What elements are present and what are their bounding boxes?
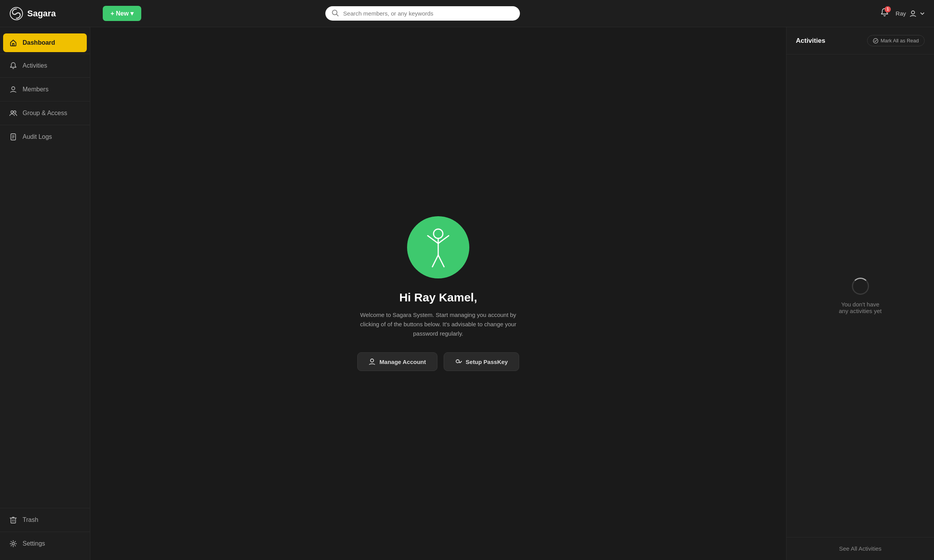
svg-point-16 <box>434 229 443 238</box>
activities-header: Activities Mark All as Read <box>787 27 934 54</box>
sidebar-label-dashboard: Dashboard <box>23 39 55 46</box>
sidebar-label-group-access: Group & Access <box>23 110 67 117</box>
chevron-down-icon <box>920 11 925 16</box>
passkey-icon <box>455 358 462 365</box>
notification-button[interactable]: 1 <box>880 8 889 19</box>
svg-point-19 <box>456 360 459 363</box>
see-all-activities-button[interactable]: See All Activities <box>839 545 881 552</box>
welcome-description: Welcome to Sagara System. Start managing… <box>356 310 520 338</box>
divider-3 <box>0 101 90 102</box>
svg-point-4 <box>12 87 15 90</box>
action-buttons: Manage Account Setup PassKey <box>357 352 519 371</box>
new-button[interactable]: + New ▾ <box>103 6 141 21</box>
divider-6 <box>0 532 90 532</box>
welcome-avatar <box>407 216 469 278</box>
trash-icon <box>9 516 17 524</box>
sidebar-item-settings[interactable]: Settings <box>0 534 90 554</box>
person-icon <box>9 86 17 93</box>
mark-all-read-button[interactable]: Mark All as Read <box>867 35 925 46</box>
loading-spinner <box>852 278 869 295</box>
logo-icon <box>9 7 23 21</box>
bell-icon <box>9 62 17 70</box>
logo-area: Sagara <box>9 7 95 21</box>
check-circle-icon <box>873 38 878 44</box>
sidebar-label-activities: Activities <box>23 62 47 69</box>
setup-passkey-label: Setup PassKey <box>466 359 508 365</box>
search-icon <box>332 9 339 18</box>
sidebar-item-dashboard[interactable]: Dashboard <box>3 33 87 52</box>
search-input[interactable] <box>325 6 520 21</box>
divider-2 <box>0 77 90 78</box>
svg-line-2 <box>337 14 338 16</box>
sidebar: Dashboard Activities Members <box>0 27 90 560</box>
sidebar-item-trash[interactable]: Trash <box>0 510 90 530</box>
empty-message: You don't have any activities yet <box>839 301 881 314</box>
svg-point-15 <box>12 542 14 545</box>
mark-all-read-label: Mark All as Read <box>881 38 919 44</box>
user-icon <box>909 10 917 18</box>
activities-panel: Activities Mark All as Read You don't ha… <box>786 27 934 560</box>
sidebar-label-settings: Settings <box>23 540 45 547</box>
svg-point-6 <box>14 111 16 113</box>
svg-point-18 <box>370 359 374 362</box>
empty-line-1: You don't have <box>839 301 881 308</box>
see-all-activities: See All Activities <box>787 537 934 560</box>
sidebar-item-audit-logs[interactable]: Audit Logs <box>0 127 90 147</box>
sidebar-item-members[interactable]: Members <box>0 79 90 100</box>
sidebar-spacer <box>0 147 90 506</box>
topbar-right: 1 Ray <box>880 8 925 19</box>
svg-point-1 <box>332 10 337 15</box>
svg-rect-11 <box>11 518 16 523</box>
logo-text: Sagara <box>27 9 56 19</box>
sidebar-label-trash: Trash <box>23 516 38 523</box>
sidebar-item-group-access[interactable]: Group & Access <box>0 103 90 123</box>
activities-empty: You don't have any activities yet <box>787 54 934 537</box>
settings-icon <box>9 540 17 548</box>
manage-account-icon <box>369 358 376 365</box>
activities-title: Activities <box>796 37 825 45</box>
sidebar-label-members: Members <box>23 86 49 93</box>
divider-5 <box>0 508 90 508</box>
sidebar-label-audit-logs: Audit Logs <box>23 133 52 140</box>
search-bar <box>325 6 520 21</box>
book-icon <box>9 133 17 141</box>
notification-badge: 1 <box>885 6 891 12</box>
user-area[interactable]: Ray <box>895 10 925 18</box>
person-figure <box>421 226 456 269</box>
manage-account-button[interactable]: Manage Account <box>357 352 437 371</box>
manage-account-label: Manage Account <box>379 359 426 365</box>
empty-line-2: any activities yet <box>839 308 881 314</box>
main-layout: Dashboard Activities Members <box>0 27 934 560</box>
setup-passkey-button[interactable]: Setup PassKey <box>444 352 519 371</box>
svg-point-5 <box>11 111 13 113</box>
divider-1 <box>0 54 90 54</box>
content-area: Hi Ray Kamel, Welcome to Sagara System. … <box>90 27 934 560</box>
svg-point-3 <box>911 11 915 14</box>
sidebar-item-activities[interactable]: Activities <box>0 56 90 76</box>
user-name: Ray <box>895 10 906 17</box>
divider-4 <box>0 125 90 125</box>
dashboard-main: Hi Ray Kamel, Welcome to Sagara System. … <box>90 27 786 560</box>
topbar: Sagara + New ▾ 1 Ray <box>0 0 934 27</box>
group-icon <box>9 109 17 117</box>
home-icon <box>9 39 17 47</box>
welcome-title: Hi Ray Kamel, <box>399 291 477 304</box>
